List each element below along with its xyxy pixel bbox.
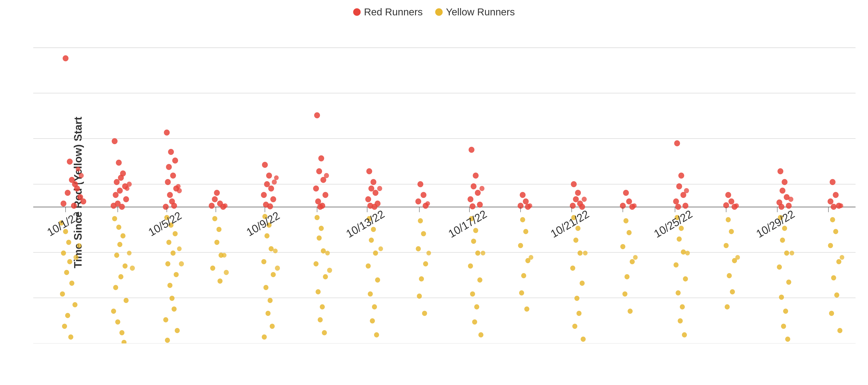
svg-point-82: [169, 296, 175, 301]
svg-point-217: [624, 274, 629, 279]
svg-point-191: [519, 290, 524, 295]
svg-point-203: [570, 266, 575, 271]
svg-point-264: [785, 336, 790, 342]
legend-red: Red Runners: [353, 6, 423, 18]
svg-point-57: [113, 285, 118, 290]
svg-point-183: [523, 198, 529, 204]
svg-point-165: [469, 147, 474, 153]
svg-point-60: [115, 319, 120, 325]
svg-point-281: [127, 182, 132, 187]
svg-point-187: [523, 229, 528, 234]
svg-point-218: [622, 291, 627, 296]
svg-point-29: [61, 251, 66, 256]
svg-point-205: [575, 296, 579, 301]
svg-point-241: [726, 217, 731, 222]
svg-point-204: [580, 281, 585, 286]
svg-point-25: [71, 203, 77, 209]
svg-point-133: [320, 304, 325, 310]
svg-point-219: [627, 309, 632, 314]
svg-point-270: [830, 217, 835, 222]
svg-point-292: [582, 197, 587, 202]
svg-point-181: [478, 332, 484, 338]
svg-point-282: [177, 188, 182, 193]
svg-point-259: [777, 264, 782, 270]
svg-point-176: [468, 263, 473, 268]
svg-point-309: [327, 268, 332, 273]
svg-point-272: [828, 243, 833, 248]
svg-point-262: [783, 309, 788, 314]
svg-point-33: [60, 291, 65, 296]
svg-point-58: [124, 298, 128, 303]
svg-point-267: [828, 198, 833, 204]
svg-point-278: [79, 173, 84, 178]
svg-point-158: [418, 218, 423, 223]
svg-point-46: [123, 196, 129, 202]
chart-plot-area: 8 6 4 2 0 2 4 6: [33, 25, 856, 344]
svg-point-164: [422, 311, 427, 316]
svg-point-109: [269, 246, 274, 252]
chart-legend: Red Runners Yellow Runners: [353, 6, 515, 18]
svg-point-78: [170, 251, 176, 256]
svg-text:10/21/22: 10/21/22: [549, 208, 591, 240]
svg-point-287: [324, 173, 329, 178]
svg-point-153: [374, 332, 379, 338]
svg-point-215: [620, 244, 625, 249]
svg-point-310: [378, 247, 383, 251]
svg-point-147: [373, 251, 378, 256]
svg-point-253: [786, 203, 792, 209]
svg-point-269: [831, 204, 836, 210]
svg-point-257: [780, 237, 785, 243]
svg-point-122: [322, 192, 328, 198]
svg-point-316: [685, 251, 690, 255]
svg-point-77: [166, 239, 171, 245]
svg-point-83: [172, 307, 177, 312]
svg-point-79: [165, 261, 170, 266]
svg-point-311: [427, 251, 431, 255]
svg-point-126: [315, 215, 319, 220]
svg-point-86: [165, 338, 170, 343]
svg-point-197: [570, 203, 576, 209]
svg-point-67: [170, 172, 176, 179]
svg-point-314: [583, 251, 587, 255]
svg-point-301: [130, 266, 135, 271]
svg-point-288: [377, 186, 382, 191]
svg-point-50: [112, 216, 117, 221]
svg-point-90: [209, 203, 215, 209]
svg-point-182: [520, 192, 526, 198]
svg-point-173: [473, 228, 478, 233]
svg-point-118: [318, 155, 324, 161]
svg-point-41: [118, 174, 124, 181]
svg-point-36: [62, 324, 67, 329]
svg-point-143: [372, 204, 377, 210]
svg-point-111: [271, 272, 276, 277]
svg-point-146: [369, 237, 374, 243]
svg-point-179: [474, 304, 479, 310]
svg-point-94: [214, 239, 219, 245]
svg-point-307: [275, 266, 280, 271]
svg-point-64: [168, 149, 174, 155]
svg-point-319: [840, 255, 844, 260]
svg-point-284: [223, 203, 227, 208]
svg-point-76: [173, 231, 178, 236]
svg-point-236: [682, 332, 687, 338]
svg-point-128: [317, 235, 322, 241]
svg-point-44: [117, 188, 123, 194]
svg-point-226: [675, 204, 681, 210]
svg-point-222: [676, 183, 682, 189]
svg-point-221: [678, 172, 684, 179]
svg-point-138: [368, 186, 374, 191]
svg-point-283: [176, 184, 181, 189]
svg-point-242: [729, 229, 734, 234]
svg-point-188: [518, 243, 523, 248]
svg-point-150: [368, 291, 373, 296]
svg-point-174: [471, 238, 476, 244]
svg-point-249: [782, 179, 787, 185]
svg-point-163: [417, 294, 422, 299]
svg-point-112: [264, 285, 269, 290]
svg-point-243: [724, 243, 728, 248]
svg-point-56: [118, 274, 123, 279]
svg-point-190: [521, 273, 526, 278]
svg-point-234: [680, 304, 685, 310]
svg-point-151: [372, 304, 377, 310]
svg-point-96: [210, 266, 215, 271]
